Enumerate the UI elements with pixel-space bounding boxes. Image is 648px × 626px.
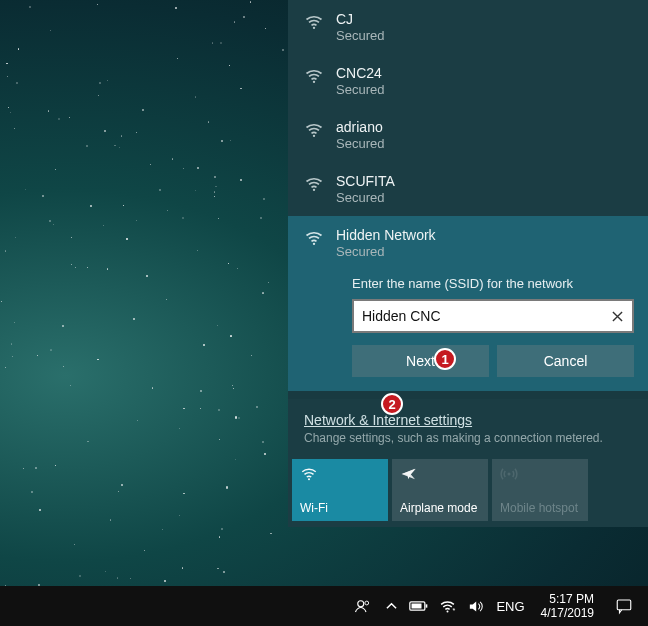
- volume-icon[interactable]: [462, 586, 488, 626]
- svg-point-6: [508, 473, 511, 476]
- quick-toggles: Wi-Fi Airplane mode Mobile hotspot: [288, 453, 648, 527]
- svg-point-1: [313, 81, 315, 83]
- network-name: CJ: [336, 10, 384, 28]
- svg-point-4: [313, 243, 315, 245]
- airplane-icon: [400, 465, 418, 483]
- network-name: CNC24: [336, 64, 384, 82]
- wifi-icon: [304, 66, 324, 86]
- next-button[interactable]: Next: [352, 345, 489, 377]
- svg-rect-11: [412, 604, 422, 609]
- system-tray: * ENG 5:17 PM 4/17/2019: [350, 586, 644, 626]
- language-indicator[interactable]: ENG: [490, 586, 530, 626]
- svg-point-2: [313, 135, 315, 137]
- taskbar: * ENG 5:17 PM 4/17/2019: [0, 586, 648, 626]
- svg-rect-14: [617, 600, 631, 610]
- svg-point-0: [313, 27, 315, 29]
- tile-label: Wi-Fi: [300, 501, 380, 515]
- hotspot-tile: Mobile hotspot: [492, 459, 588, 521]
- wifi-icon: [304, 120, 324, 140]
- settings-section: Network & Internet settings Change setti…: [288, 399, 648, 453]
- settings-subtext: Change settings, such as making a connec…: [304, 431, 632, 445]
- network-status: Secured: [336, 136, 384, 152]
- ssid-prompt: Enter the name (SSID) for the network: [352, 276, 634, 291]
- svg-point-7: [358, 601, 364, 607]
- ssid-input-wrapper: [352, 299, 634, 333]
- svg-point-8: [365, 601, 369, 605]
- divider: [288, 391, 648, 399]
- tile-label: Airplane mode: [400, 501, 480, 515]
- network-item-hidden[interactable]: Hidden Network Secured: [288, 216, 648, 266]
- wifi-icon: [304, 12, 324, 32]
- battery-icon[interactable]: [406, 586, 432, 626]
- people-icon[interactable]: [350, 586, 376, 626]
- wifi-tray-icon[interactable]: *: [434, 586, 460, 626]
- cancel-button[interactable]: Cancel: [497, 345, 634, 377]
- svg-point-3: [313, 189, 315, 191]
- svg-point-12: [446, 610, 448, 612]
- tile-label: Mobile hotspot: [500, 501, 580, 515]
- wifi-icon: [304, 174, 324, 194]
- network-list: CJ Secured CNC24 Secured adriano Secured: [288, 0, 648, 391]
- svg-point-5: [308, 478, 310, 480]
- annotation-badge-1: 1: [434, 348, 456, 370]
- action-center-icon[interactable]: [604, 586, 644, 626]
- button-row: Next Cancel: [352, 345, 634, 377]
- network-status: Secured: [336, 28, 384, 44]
- annotation-badge-2: 2: [381, 393, 403, 415]
- network-name: adriano: [336, 118, 384, 136]
- clock[interactable]: 5:17 PM 4/17/2019: [533, 592, 602, 620]
- ssid-input[interactable]: [354, 301, 632, 331]
- clock-date: 4/17/2019: [541, 606, 594, 620]
- network-status: Secured: [336, 244, 436, 260]
- network-status: Secured: [336, 82, 384, 98]
- network-item[interactable]: CJ Secured: [288, 0, 648, 54]
- wifi-tile[interactable]: Wi-Fi: [292, 459, 388, 521]
- airplane-tile[interactable]: Airplane mode: [392, 459, 488, 521]
- tray-overflow-icon[interactable]: [378, 586, 404, 626]
- network-item[interactable]: adriano Secured: [288, 108, 648, 162]
- clock-time: 5:17 PM: [541, 592, 594, 606]
- network-name: SCUFITA: [336, 172, 395, 190]
- network-flyout: CJ Secured CNC24 Secured adriano Secured: [288, 0, 648, 586]
- svg-rect-10: [426, 604, 428, 607]
- hidden-network-panel: Enter the name (SSID) for the network Ne…: [288, 266, 648, 391]
- network-status: Secured: [336, 190, 395, 206]
- network-name: Hidden Network: [336, 226, 436, 244]
- network-item[interactable]: SCUFITA Secured: [288, 162, 648, 216]
- wifi-icon: [304, 228, 324, 248]
- wifi-icon: [300, 465, 318, 483]
- clear-input-icon[interactable]: [608, 307, 626, 325]
- network-item[interactable]: CNC24 Secured: [288, 54, 648, 108]
- svg-text:*: *: [452, 606, 455, 614]
- hotspot-icon: [500, 465, 518, 483]
